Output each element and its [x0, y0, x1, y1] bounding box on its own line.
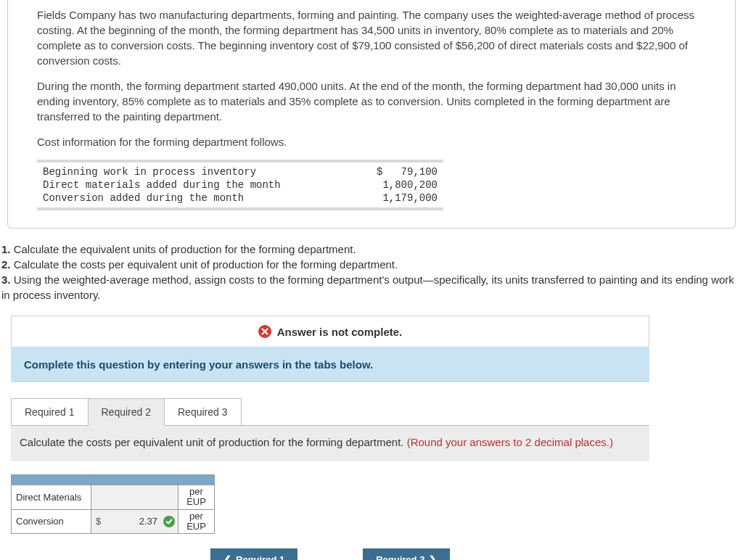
table-header-row	[12, 475, 215, 485]
cost-row: Conversion added during the month 1,179,…	[37, 192, 443, 205]
chevron-right-icon: ❯	[429, 554, 437, 560]
question-2: 2. Calculate the costs per equivalent un…	[1, 257, 742, 272]
unit-label: per EUP	[178, 509, 215, 534]
rounding-hint: (Round your answers to 2 decimal places.…	[407, 436, 613, 448]
table-row: Direct Materials per EUP	[12, 485, 215, 510]
instruction-bar: Complete this question by entering your …	[11, 347, 649, 382]
problem-paragraph-1: Fields Company has two manufacturing dep…	[37, 7, 706, 68]
cost-value: $ 79,100	[358, 166, 438, 178]
cost-value: 1,179,000	[358, 192, 438, 204]
tab-required-2[interactable]: Required 2	[88, 398, 165, 426]
tab-panel-required-2: Calculate the costs per equivalent unit …	[11, 425, 649, 461]
check-icon	[163, 516, 175, 527]
cost-row: Direct materials added during the month …	[37, 178, 443, 192]
table-row: Conversion $ 2.37 per EUP	[12, 509, 215, 534]
status-text: Answer is not complete.	[277, 326, 403, 338]
cost-label: Direct materials added during the month	[43, 179, 281, 191]
chevron-left-icon: ❮	[223, 554, 231, 560]
direct-materials-input[interactable]	[91, 485, 178, 510]
problem-statement: Fields Company has two manufacturing dep…	[7, 0, 736, 228]
prev-tab-button[interactable]: ❮ Required 1	[210, 548, 297, 560]
question-3: 3. Using the weighted-average method, as…	[1, 272, 742, 302]
cost-row: Beginning work in process inventory $ 79…	[37, 165, 443, 178]
tabs: Required 1 Required 2 Required 3	[11, 398, 732, 426]
currency-symbol: $	[96, 516, 101, 527]
answer-table: Direct Materials per EUP Conversion $ 2.…	[11, 474, 215, 534]
row-label-direct-materials: Direct Materials	[12, 485, 91, 510]
unit-label: per EUP	[178, 485, 215, 510]
next-tab-button[interactable]: Required 3 ❯	[363, 548, 450, 560]
problem-paragraph-2: During the month, the forming department…	[37, 78, 706, 124]
next-label: Required 3	[376, 554, 424, 560]
prev-label: Required 1	[236, 554, 284, 560]
cost-value: 1,800,200	[358, 179, 438, 191]
problem-paragraph-3: Cost information for the forming departm…	[37, 134, 706, 149]
error-icon	[258, 325, 271, 338]
cost-label: Beginning work in process inventory	[43, 166, 256, 178]
question-list: 1. Calculate the equivalent units of pro…	[0, 242, 743, 302]
cost-label: Conversion added during the month	[43, 192, 244, 204]
tab-required-3[interactable]: Required 3	[164, 398, 242, 426]
conversion-input[interactable]: $ 2.37	[91, 509, 178, 534]
answer-status-banner: Answer is not complete.	[11, 316, 649, 347]
cost-info-table: Beginning work in process inventory $ 79…	[37, 160, 443, 210]
tab-prompt: Calculate the costs per equivalent unit …	[20, 436, 403, 448]
question-1: 1. Calculate the equivalent units of pro…	[1, 242, 742, 257]
row-label-conversion: Conversion	[12, 509, 91, 534]
tab-required-1[interactable]: Required 1	[11, 398, 89, 426]
conversion-value: 2.37	[139, 516, 157, 527]
tab-nav: ❮ Required 1 Required 3 ❯	[210, 548, 743, 560]
